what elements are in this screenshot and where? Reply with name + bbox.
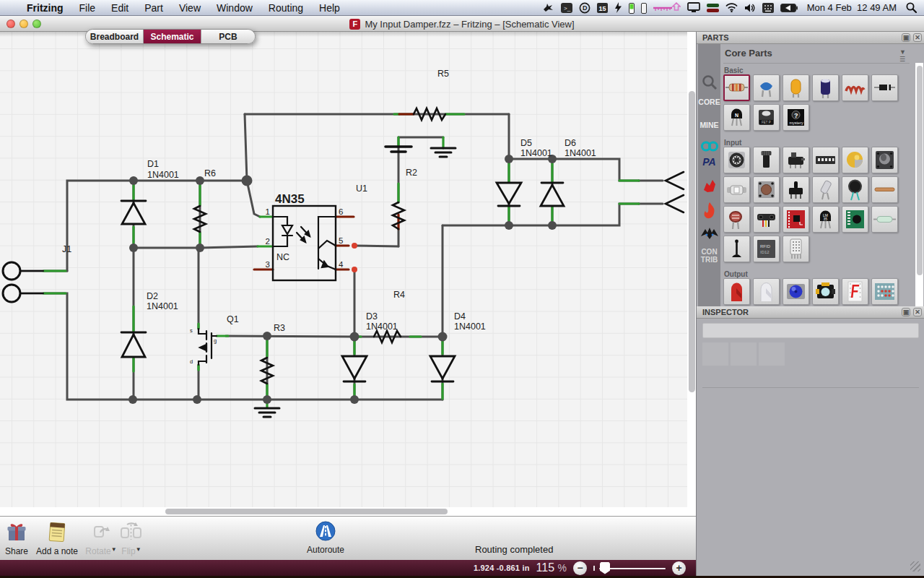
terminal-icon[interactable]: >_	[561, 1, 572, 14]
bin-parallax-icon[interactable]: PA	[698, 158, 720, 166]
display-icon[interactable]	[687, 1, 700, 14]
part-icon-p-channel-fet[interactable]: FET P	[753, 104, 780, 131]
zoom-slider[interactable]	[593, 561, 666, 575]
part-icon-led-blue[interactable]	[783, 278, 809, 305]
inspector-title-field[interactable]	[702, 323, 919, 338]
part-icon-rgb-led-module[interactable]	[812, 278, 839, 305]
bin-bat-icon[interactable]	[698, 226, 720, 242]
horizontal-scrollbar[interactable]	[0, 507, 687, 516]
add-note-button[interactable]: Add a note	[32, 521, 82, 556]
part-icon-flex-sensor[interactable]	[871, 176, 898, 203]
schematic-canvas[interactable]: J1 D11N4001 R6 R5 R2 U1 D51N4001 D61N400…	[0, 32, 687, 507]
flip-button[interactable]: Flip▼	[116, 521, 147, 556]
parts-float-button[interactable]: ▣	[902, 33, 910, 42]
parts-scrollbar-thumb[interactable]	[917, 66, 923, 275]
menu-app-name[interactable]: Fritzing	[19, 0, 71, 16]
tab-schematic[interactable]: Schematic	[144, 30, 201, 43]
inspector-float-button[interactable]: ▣	[902, 308, 910, 316]
battery-horizontal-icon[interactable]	[780, 1, 798, 14]
part-icon-distance-sensor[interactable]	[753, 206, 780, 233]
spotlight-icon[interactable]	[906, 1, 917, 14]
menu-help[interactable]: Help	[311, 0, 348, 16]
bin-menu-icon[interactable]: ▼☰	[899, 48, 906, 63]
part-icon-toggle-switch[interactable]	[783, 176, 809, 203]
bolt-icon[interactable]	[614, 1, 622, 14]
component-q1[interactable]	[199, 329, 217, 365]
part-icon-humidity-sensor[interactable]	[783, 236, 809, 262]
part-icon-pushbutton[interactable]	[753, 176, 780, 203]
part-icon-film-capacitor[interactable]	[783, 74, 809, 101]
part-icon-mystery-part[interactable]: ?mystery	[783, 104, 809, 131]
timeline-ruler-icon[interactable]	[653, 1, 681, 14]
part-icon-seven-segment-display[interactable]	[842, 278, 868, 305]
vertical-scrollbar-thumb[interactable]	[689, 91, 695, 392]
autoroute-button[interactable]: Autoroute	[303, 521, 348, 555]
part-icon-rfid-reader-id12[interactable]: RFIDID12	[753, 236, 780, 262]
volume-icon[interactable]	[744, 1, 756, 14]
zoom-in-button[interactable]: +	[672, 561, 686, 575]
battery-empty-icon[interactable]	[641, 1, 647, 14]
part-icon-inductor[interactable]	[842, 74, 868, 101]
part-icon-rotary-encoder[interactable]	[871, 147, 898, 173]
part-icon-force-sensor[interactable]	[842, 176, 868, 203]
part-icon-diode[interactable]	[871, 74, 898, 101]
zoom-out-button[interactable]: −	[573, 561, 587, 575]
part-icon-piezo-dial[interactable]	[842, 147, 868, 173]
apple-menu[interactable]	[0, 0, 19, 16]
rabbit-icon[interactable]	[542, 1, 554, 14]
menu-bar-clock[interactable]: Mon 4 Feb 12 49 AM	[804, 2, 899, 13]
part-icon-imu-breakout[interactable]	[783, 206, 809, 233]
part-icon-slide-potentiometer[interactable]	[783, 147, 809, 173]
part-icon-photoresistor[interactable]	[723, 206, 750, 233]
part-icon-temperature-sensor-lm35[interactable]: LM35	[812, 206, 839, 233]
bin-tab-contrib[interactable]: CON TRIB	[698, 248, 720, 264]
window-resize-grip[interactable]	[910, 561, 920, 571]
component-u1-4n35[interactable]	[273, 206, 336, 280]
part-icon-slide-switch[interactable]	[723, 176, 750, 203]
part-icon-npn-transistor[interactable]: N	[723, 104, 750, 131]
tab-pcb[interactable]: PCB	[201, 30, 255, 43]
keyboard-grid-icon[interactable]	[762, 1, 774, 14]
part-icon-antenna[interactable]	[723, 236, 750, 262]
flip-dropdown-arrow[interactable]: ▼	[136, 546, 141, 553]
horizontal-scrollbar-thumb[interactable]	[165, 509, 448, 514]
part-icon-electrolytic-capacitor[interactable]	[812, 74, 839, 101]
part-icon-led-red[interactable]	[723, 278, 750, 305]
battery-vertical-icon[interactable]	[629, 1, 635, 14]
parts-panel-header[interactable]: PARTS ▣ ✕	[697, 32, 924, 44]
part-icon-reed-switch[interactable]	[871, 206, 898, 233]
tab-breadboard[interactable]: Breadboard	[86, 30, 144, 43]
bin-search-icon[interactable]	[698, 74, 720, 92]
menu-routing[interactable]: Routing	[261, 0, 311, 16]
inspector-panel-header[interactable]: INSPECTOR ▣ ✕	[697, 306, 924, 319]
wifi-icon[interactable]	[725, 1, 738, 14]
part-icon-led-white[interactable]	[753, 278, 780, 305]
part-icon-resistor[interactable]	[723, 74, 750, 101]
stacked-bars-icon[interactable]	[707, 1, 719, 14]
bin-tab-mine[interactable]: MINE	[698, 121, 720, 129]
parts-scrollbar[interactable]	[915, 63, 923, 306]
part-icon-ceramic-capacitor[interactable]	[753, 74, 780, 101]
calendar-15-icon[interactable]: 15	[597, 1, 608, 14]
inspector-close-button[interactable]: ✕	[913, 308, 922, 316]
bin-flame-icon[interactable]	[698, 202, 720, 222]
vertical-scrollbar[interactable]	[687, 32, 696, 507]
component-j1[interactable]	[3, 262, 43, 302]
menu-view[interactable]: View	[171, 0, 209, 16]
menu-window[interactable]: Window	[209, 0, 261, 16]
wire-end-connectors[interactable]	[666, 172, 684, 212]
part-icon-trimmer-potentiometer[interactable]	[753, 147, 780, 173]
part-icon-rotary-potentiometer[interactable]	[723, 147, 750, 173]
bin-arduino-icon[interactable]	[698, 141, 720, 153]
d-circle-icon[interactable]: D	[579, 1, 590, 14]
part-icon-sensor-breakout[interactable]	[842, 206, 868, 233]
menu-file[interactable]: File	[71, 0, 104, 16]
part-icon-dip-switch[interactable]	[812, 147, 839, 173]
part-icon-tilt-sensor[interactable]	[812, 176, 839, 203]
zoom-slider-thumb[interactable]	[600, 562, 610, 574]
bin-sparkfun-critter-icon[interactable]	[698, 177, 720, 196]
parts-close-button[interactable]: ✕	[913, 33, 922, 42]
menu-edit[interactable]: Edit	[103, 0, 136, 16]
menu-part[interactable]: Part	[136, 0, 171, 16]
rotate-button[interactable]: Rotate▼	[84, 521, 118, 556]
